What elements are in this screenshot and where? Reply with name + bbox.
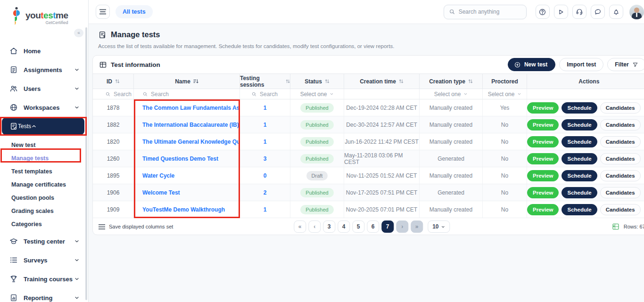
page-last-button[interactable]: » [411,220,423,233]
sessions-filter[interactable] [251,91,293,98]
user-menu[interactable] [629,5,644,19]
page-size-select[interactable]: 10 [428,220,450,233]
sidebar-collapse-button[interactable]: « [74,29,83,37]
candidates-button[interactable]: Candidates [600,136,641,147]
schedule-button[interactable]: Schedule [561,119,597,131]
sidebar-item-training-courses[interactable]: Training courses [0,269,88,288]
candidates-button[interactable]: Candidates [600,204,641,215]
schedule-button[interactable]: Schedule [561,153,597,164]
test-name-link[interactable]: Water Cycle [142,172,174,179]
schedule-button[interactable]: Schedule [561,136,597,147]
test-name-link[interactable]: The Common Law Fundamentals Assess... [142,105,240,111]
sessions-count-link[interactable]: 1 [264,139,267,145]
page-number-button[interactable]: 4 [338,220,350,233]
sidebar-item-surveys[interactable]: Surveys [0,251,88,269]
filter-button[interactable]: Filter [607,58,644,71]
column-header-creation-type[interactable]: Creation type [420,74,483,89]
brand-logo[interactable]: youtestme GetCertified [0,0,88,26]
schedule-button[interactable]: Schedule [561,170,597,181]
support-button[interactable] [572,5,586,19]
preview-button[interactable]: Preview [527,153,559,164]
excel-export-icon[interactable] [612,223,619,230]
preview-button[interactable]: Preview [527,102,559,114]
candidates-button[interactable]: Candidates [600,170,641,181]
sessions-count-link[interactable]: 2 [264,189,267,196]
candidates-button[interactable]: Candidates [600,187,641,198]
preview-button[interactable]: Preview [527,204,559,215]
assignments-icon [9,65,18,74]
page-number-button[interactable]: 6 [367,220,379,233]
page-next-button[interactable]: › [396,220,408,233]
import-test-button[interactable]: Import test [559,58,603,71]
name-filter-input[interactable] [151,91,184,98]
page-prev-button[interactable]: ‹ [308,220,321,233]
sessions-filter-input[interactable] [260,91,293,98]
help-button[interactable] [536,5,550,19]
schedule-button[interactable]: Schedule [561,204,597,215]
preview-button[interactable]: Preview [527,170,559,181]
preview-button[interactable]: Preview [527,187,559,198]
candidates-button[interactable]: Candidates [600,119,641,131]
subnav-item-test-templates[interactable]: Test templates [0,165,88,178]
sidebar-item-reporting[interactable]: Reporting [0,288,88,302]
row-menu-kebab-icon[interactable] [643,188,644,197]
column-header-testing-sessions[interactable]: Testing sessions [240,74,290,89]
test-name-link[interactable]: The Ultimate General Knowledge Quiz [142,139,240,145]
row-menu-kebab-icon[interactable] [643,154,644,163]
creation-type-filter-select[interactable]: Select one [420,89,483,99]
save-columns-button[interactable]: Save displayed columns set [99,224,173,229]
candidates-button[interactable]: Candidates [600,102,641,114]
sessions-count-link[interactable]: 1 [264,105,267,111]
test-name-link[interactable]: YouTestMe Demo Walkthrough [142,206,225,213]
subnav-item-manage-tests[interactable]: Manage tests [0,152,88,165]
row-menu-kebab-icon[interactable] [643,205,644,214]
column-header-name[interactable]: Name [134,74,240,89]
row-menu-kebab-icon[interactable] [643,103,644,112]
page-number-button[interactable]: 5 [352,220,364,233]
sidebar-item-tests[interactable]: Tests [2,118,84,135]
sidebar-item-home[interactable]: Home [0,41,88,60]
sessions-count-link[interactable]: 1 [264,206,267,213]
sessions-count-link[interactable]: 0 [264,172,267,179]
test-name-link[interactable]: Timed Questions Demo Test [142,155,218,162]
test-name-link[interactable]: Welcome Test [142,189,180,196]
schedule-button[interactable]: Schedule [561,102,597,114]
schedule-button[interactable]: Schedule [561,187,597,198]
test-name-link[interactable]: The International Baccalaureate (IB) Ext… [142,122,240,128]
candidates-button[interactable]: Candidates [600,153,641,164]
sidebar-item-testing-center[interactable]: Testing center [0,232,88,251]
subnav-item-question-pools[interactable]: Question pools [0,191,88,204]
column-header-id[interactable]: ID [93,74,134,89]
sidebar-item-assignments[interactable]: Assignments [0,60,88,79]
column-header-creation-time[interactable]: Creation time [344,74,420,89]
status-filter-select[interactable]: Select one [290,89,344,99]
subnav-item-grading-scales[interactable]: Grading scales [0,204,88,218]
row-menu-kebab-icon[interactable] [643,137,644,146]
page-current-button[interactable]: 7 [381,220,394,233]
notifications-button[interactable] [609,5,623,19]
row-menu-kebab-icon[interactable] [643,120,644,129]
name-filter[interactable] [142,91,184,98]
breadcrumb-chip[interactable]: All tests [116,5,153,18]
sidebar-item-users[interactable]: Users [0,79,88,98]
preview-button[interactable]: Preview [527,136,559,147]
sessions-count-link[interactable]: 3 [264,155,267,162]
tutorial-play-button[interactable] [554,5,568,19]
row-menu-kebab-icon[interactable] [643,171,644,180]
avatar[interactable] [629,5,644,19]
sessions-count-link[interactable]: 1 [264,122,267,128]
new-test-button[interactable]: New test [508,58,555,71]
sidebar-item-workspaces[interactable]: Workspaces [0,98,88,117]
subnav-item-categories[interactable]: Categories [0,218,88,231]
subnav-item-manage-certificates[interactable]: Manage certificates [0,178,88,191]
preview-button[interactable]: Preview [527,119,559,131]
subnav-item-new-test[interactable]: New test [0,139,88,152]
global-search-input[interactable] [459,8,515,15]
proctored-filter-select[interactable]: Select one [483,89,527,99]
global-search[interactable] [444,5,527,19]
menu-toggle-button[interactable] [96,5,110,19]
messages-button[interactable] [591,5,605,19]
page-first-button[interactable]: « [294,220,306,233]
column-header-status[interactable]: Status [290,74,344,89]
page-number-button[interactable]: 3 [323,220,335,233]
